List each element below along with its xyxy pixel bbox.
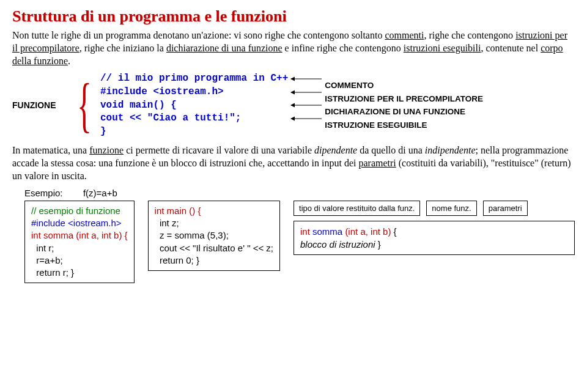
- label-box-row: tipo di valore restituito dalla funz. no…: [294, 201, 575, 216]
- box-return-type: tipo di valore restituito dalla funz.: [294, 201, 420, 216]
- annot-exec: ISTRUZIONE ESEGUIBILE: [325, 119, 483, 132]
- text: Non tutte le righe di un programma denot…: [12, 30, 385, 40]
- text: da quello di una: [357, 145, 425, 155]
- arrows-svg: [288, 72, 325, 138]
- text: , righe che contengono: [424, 30, 515, 40]
- signature-box: int somma (int a, int b) { blocco di ist…: [294, 221, 575, 255]
- annot-func-decl: DICHIARAZIONE DI UNA FUNZIONE: [325, 105, 483, 119]
- code-line-4: cout << "Ciao a tutti!";: [100, 113, 241, 124]
- sig-params: (int a, int b): [345, 226, 391, 237]
- brace-icon: {: [77, 84, 92, 127]
- example-row: // esempio di funzione #include <iostrea…: [24, 201, 575, 284]
- cb1-l5: r=a+b;: [31, 255, 63, 265]
- example-formula: f(z)=a+b: [83, 188, 117, 198]
- term-comments: commenti: [385, 30, 424, 40]
- annot-precompiler: ISTRUZIONE PER IL PRECOMPILATORE: [325, 92, 483, 106]
- text: , contenute nel: [481, 43, 541, 53]
- term-independent: indipendente: [425, 145, 476, 155]
- arrow-column: [288, 72, 325, 138]
- term-parameters: parametri: [358, 158, 396, 168]
- cb1-l1: // esempio di funzione: [31, 205, 120, 216]
- cb2-l1: int main () {: [155, 205, 201, 216]
- code-line-2: #include <iostream.h>: [100, 86, 224, 97]
- box-func-name: nome funz.: [426, 201, 476, 216]
- cb1-l2: #include <iostream.h>: [31, 218, 122, 228]
- code-line-5: }: [100, 126, 106, 137]
- cb1-l6: return r; }: [31, 267, 74, 278]
- annotated-code-row: FUNZIONE { // il mio primo programma in …: [12, 72, 575, 138]
- code-box-2: int main () { int z; z = somma (5,3); co…: [148, 201, 280, 271]
- sig-return: int: [300, 226, 312, 237]
- annotations: COMMENTO ISTRUZIONE PER IL PRECOMPILATOR…: [325, 79, 483, 131]
- signature-column: tipo di valore restituito dalla funz. no…: [294, 201, 575, 256]
- cb2-l3: z = somma (5,3);: [155, 230, 229, 240]
- code-line-3: void main() {: [100, 100, 177, 111]
- text: ci permette di ricavare il valore di una…: [124, 145, 314, 155]
- sig-open: {: [391, 226, 396, 237]
- box-parameters: parametri: [483, 201, 528, 216]
- cb2-l2: int z;: [155, 218, 179, 228]
- page-title: Struttura di un programma e le funzioni: [12, 7, 575, 26]
- term-function: funzione: [89, 145, 124, 155]
- code-block: // il mio primo programma in C++ #includ…: [100, 72, 288, 138]
- term-exec-instr: istruzioni eseguibili: [404, 43, 481, 53]
- funzione-label: FUNZIONE: [12, 100, 73, 110]
- text: .: [68, 56, 70, 66]
- cb1-l4: int r;: [31, 243, 54, 253]
- cb1-l3: int somma (int a, int b) {: [31, 230, 128, 240]
- sig-close: }: [375, 239, 381, 250]
- term-dependent: dipendente: [314, 145, 357, 155]
- cb2-l4: cout << "Il risultato e' " << z;: [155, 243, 273, 253]
- intro-paragraph: Non tutte le righe di un programma denot…: [12, 29, 575, 67]
- sig-body: blocco di istruzioni: [300, 239, 375, 250]
- function-paragraph: In matematica, una funzione ci permette …: [12, 144, 575, 182]
- example-label: Esempio:: [24, 188, 63, 198]
- text: e infine righe che contengono: [282, 43, 404, 53]
- term-func-decl: dichiarazione di una funzione: [166, 43, 282, 53]
- text: , righe che iniziano la: [79, 43, 166, 53]
- code-line-1: // il mio primo programma in C++: [100, 73, 288, 84]
- annot-comment: COMMENTO: [325, 79, 483, 92]
- text: In matematica, una: [12, 145, 89, 155]
- sig-name: somma: [312, 226, 345, 237]
- example-label-row: Esempio: f(z)=a+b: [24, 188, 575, 198]
- code-box-1: // esempio di funzione #include <iostrea…: [24, 201, 135, 284]
- cb2-l5: return 0; }: [155, 255, 199, 265]
